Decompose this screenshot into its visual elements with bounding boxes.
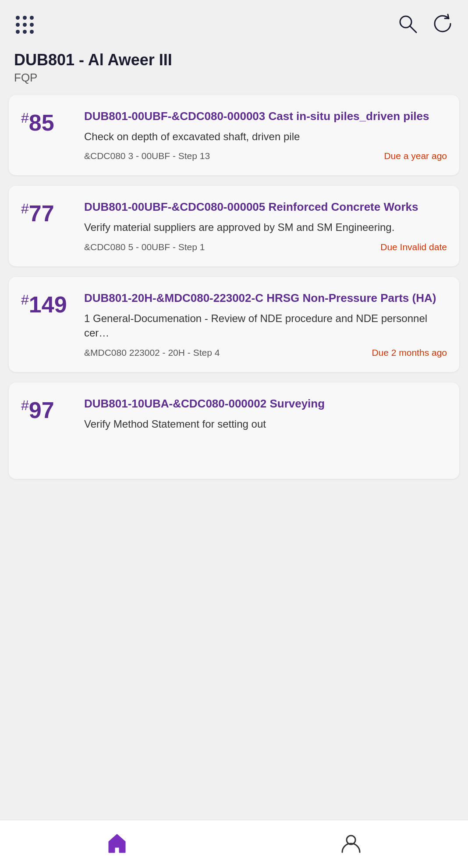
card-number: #149 — [21, 293, 74, 316]
card-footer: &CDC080 5 - 00UBF - Step 1 Due Invalid d… — [84, 242, 447, 252]
nav-home[interactable] — [0, 827, 234, 862]
card-content: DUB801-00UBF-&CDC080-000005 Reinforced C… — [84, 200, 447, 252]
card-description: Verify Method Statement for setting out — [84, 417, 447, 432]
card-number: #97 — [21, 398, 74, 422]
card-due-date: Due Invalid date — [380, 242, 447, 252]
user-icon — [340, 832, 362, 857]
nav-profile[interactable] — [234, 827, 468, 862]
card-item[interactable]: #85 DUB801-00UBF-&CDC080-000003 Cast in-… — [9, 95, 459, 175]
card-title: DUB801-10UBA-&CDC080-000002 Surveying — [84, 397, 447, 411]
refresh-button[interactable] — [429, 11, 456, 37]
card-due-date: Due a year ago — [384, 151, 447, 161]
grid-dot — [30, 16, 34, 20]
bottom-navigation — [0, 820, 468, 868]
refresh-icon — [431, 12, 454, 35]
page-title: DUB801 - Al Aweer III — [14, 51, 454, 69]
grid-dot — [30, 30, 34, 34]
cards-list: #85 DUB801-00UBF-&CDC080-000003 Cast in-… — [0, 95, 468, 479]
card-title: DUB801-00UBF-&CDC080-000005 Reinforced C… — [84, 200, 447, 215]
search-button[interactable] — [394, 11, 421, 37]
search-icon — [396, 12, 419, 35]
grid-dot — [16, 16, 20, 20]
card-description: Verify material suppliers are approved b… — [84, 220, 447, 235]
card-content: DUB801-00UBF-&CDC080-000003 Cast in-situ… — [84, 109, 447, 161]
grid-dot — [30, 23, 34, 27]
card-item[interactable]: #149 DUB801-20H-&MDC080-223002-C HRSG No… — [9, 277, 459, 372]
card-title: DUB801-20H-&MDC080-223002-C HRSG Non-Pre… — [84, 291, 447, 306]
page-header: DUB801 - Al Aweer III FQP — [0, 44, 468, 95]
card-item[interactable]: #77 DUB801-00UBF-&CDC080-000005 Reinforc… — [9, 186, 459, 266]
card-meta: &CDC080 5 - 00UBF - Step 1 — [84, 242, 205, 252]
card-footer: &CDC080 3 - 00UBF - Step 13 Due a year a… — [84, 151, 447, 161]
card-number: #77 — [21, 202, 74, 225]
card-description: 1 General-Documenation - Review of NDE p… — [84, 311, 447, 340]
grid-dot — [16, 30, 20, 34]
card-meta: &MDC080 223002 - 20H - Step 4 — [84, 347, 220, 358]
card-content: DUB801-10UBA-&CDC080-000002 Surveying Ve… — [84, 397, 447, 438]
card-content: DUB801-20H-&MDC080-223002-C HRSG Non-Pre… — [84, 291, 447, 358]
card-item[interactable]: #97 DUB801-10UBA-&CDC080-000002 Surveyin… — [9, 383, 459, 479]
page-subtitle: FQP — [14, 71, 454, 85]
card-description: Check on depth of excavated shaft, drive… — [84, 129, 447, 144]
top-actions — [394, 11, 456, 37]
svg-line-1 — [410, 26, 416, 32]
card-footer: &MDC080 223002 - 20H - Step 4 Due 2 mont… — [84, 347, 447, 358]
home-icon — [106, 832, 128, 857]
grid-dot — [23, 23, 27, 27]
card-title: DUB801-00UBF-&CDC080-000003 Cast in-situ… — [84, 109, 447, 124]
card-due-date: Due 2 months ago — [372, 347, 447, 358]
top-bar — [0, 0, 468, 44]
grid-menu-icon[interactable] — [12, 12, 35, 35]
grid-dot — [16, 23, 20, 27]
grid-dot — [23, 30, 27, 34]
grid-dot — [23, 16, 27, 20]
card-meta: &CDC080 3 - 00UBF - Step 13 — [84, 151, 210, 161]
card-number: #85 — [21, 111, 74, 134]
